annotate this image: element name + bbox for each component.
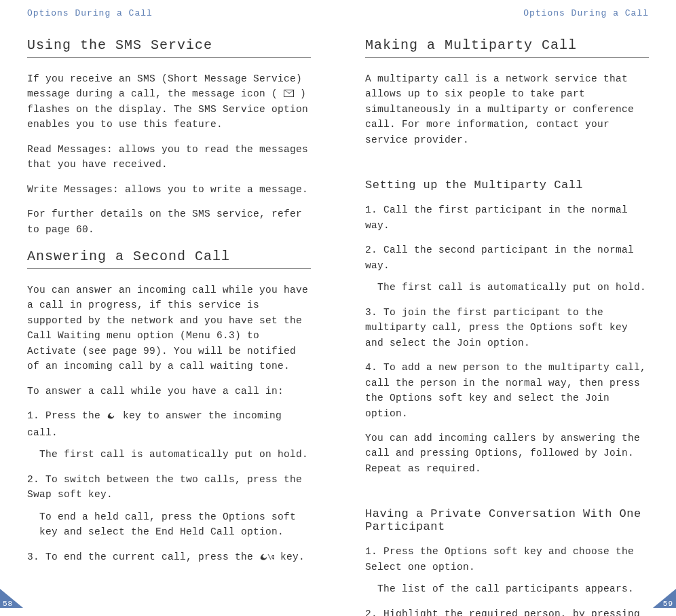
- second-lead: To answer a call while you have a call i…: [27, 384, 311, 399]
- heading-multiparty: Making a Multiparty Call: [365, 37, 649, 58]
- setup-note: You can add incoming callers by answerin…: [365, 431, 649, 476]
- setup-s2-sub: The first call is automatically put on h…: [377, 280, 649, 295]
- sms-write: Write Messages: allows you to write a me…: [27, 182, 311, 197]
- second-step2: 2. To switch between the two calls, pres…: [27, 472, 311, 503]
- second-step2-sub: To end a held call, press the Options so…: [39, 509, 311, 540]
- second-step3a: 3. To end the current call, press the: [27, 551, 259, 562]
- sms-intro-a: If you receive an SMS (Short Message Ser…: [27, 73, 302, 99]
- heading-second-call: Answering a Second Call: [27, 249, 311, 269]
- svg-text:\Φ: \Φ: [267, 554, 274, 561]
- sms-refer: For further details on the SMS service, …: [27, 206, 311, 237]
- call-key-icon: [107, 410, 117, 424]
- sms-read: Read Messages: allows you to read the me…: [27, 142, 311, 173]
- setup-s2: 2. Call the second participant in the no…: [365, 242, 649, 273]
- running-header-right: Options During a Call: [365, 8, 649, 18]
- second-step3: 3. To end the current call, press the \Φ…: [27, 549, 311, 566]
- second-intro: You can answer an incoming call while yo…: [27, 283, 311, 374]
- setup-s3: 3. To join the first participant to the …: [365, 305, 649, 350]
- page-59: Options During a Call Making a Multipart…: [338, 0, 676, 616]
- page-number-59: 59: [663, 600, 673, 608]
- message-icon: [284, 90, 294, 97]
- heading-private: Having a Private Conversation With One P…: [365, 507, 649, 533]
- private-s2: 2. Highlight the required person, by pre…: [365, 606, 649, 616]
- heading-setup: Setting up the Multiparty Call: [365, 179, 649, 192]
- private-s1: 1. Press the Options soft key and choose…: [365, 544, 649, 575]
- second-step3b: key.: [280, 551, 305, 562]
- multi-intro: A multiparty call is a network service t…: [365, 71, 649, 147]
- page-number-58: 58: [3, 600, 13, 608]
- page-58: Options During a Call Using the SMS Serv…: [0, 0, 338, 616]
- private-s2a: 2. Highlight the required person, by pre…: [365, 609, 640, 616]
- second-step1a: 1. Press the: [27, 410, 107, 421]
- second-step1: 1. Press the key to answer the incoming …: [27, 408, 311, 440]
- running-header-left: Options During a Call: [27, 8, 311, 18]
- end-key-icon: \Φ: [259, 551, 274, 566]
- private-s1-sub: The list of the call participants appear…: [377, 581, 649, 596]
- setup-s4: 4. To add a new person to the multiparty…: [365, 360, 649, 421]
- setup-s1: 1. Call the first participant in the nor…: [365, 202, 649, 233]
- second-step1-sub: The first call is automatically put on h…: [39, 447, 311, 462]
- sms-intro: If you receive an SMS (Short Message Ser…: [27, 71, 311, 132]
- heading-sms: Using the SMS Service: [27, 37, 311, 58]
